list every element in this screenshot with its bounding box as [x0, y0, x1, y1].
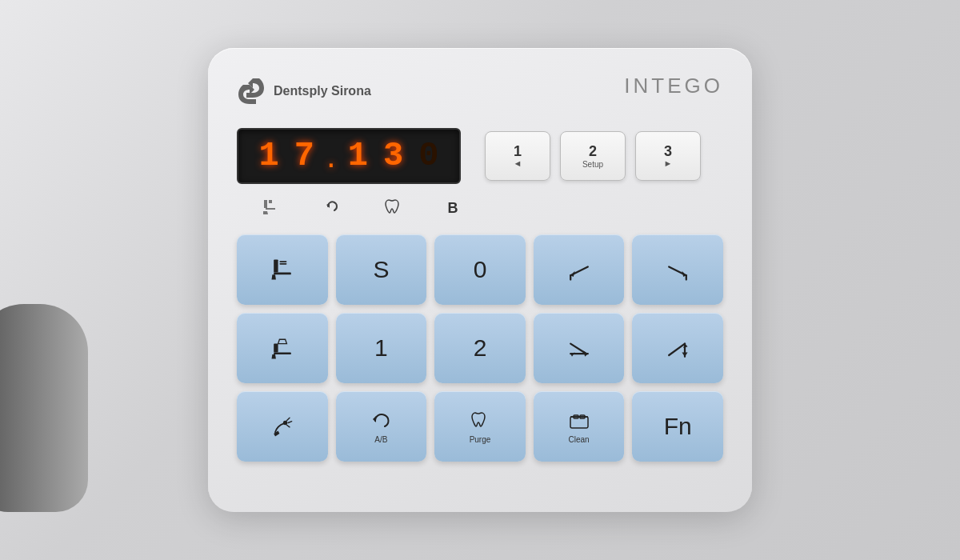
svg-rect-2 [274, 273, 291, 275]
svg-rect-12 [274, 352, 291, 354]
spittoon-icon [268, 255, 297, 284]
preset-3-number: 3 [664, 144, 672, 158]
key-recline-left[interactable] [534, 234, 625, 305]
svg-point-21 [283, 421, 287, 425]
lcd-display: 1 7 . 1 3 0 [237, 128, 461, 184]
top-buttons: 1 ◄ 2 Setup 3 ► [485, 131, 701, 181]
key-recline-right[interactable] [632, 234, 723, 305]
backrest-down-icon [565, 334, 594, 362]
svg-rect-11 [274, 344, 278, 353]
backrest-up-icon [663, 334, 692, 362]
key-0-label: 0 [474, 258, 487, 282]
tooth-status-icon [362, 197, 422, 220]
header: Dentsply Sirona INTEGO [237, 74, 723, 109]
dentsply-logo-icon [237, 74, 266, 109]
digit-3: 1 [348, 139, 368, 173]
key-clean-label: Clean [569, 435, 590, 444]
svg-rect-1 [274, 259, 278, 272]
key-s[interactable]: S [336, 234, 427, 305]
product-name: INTEGO [624, 74, 723, 98]
preset-3-arrow: ► [664, 158, 673, 168]
key-s-label: S [373, 258, 389, 282]
svg-rect-3 [279, 261, 286, 262]
spray-icon [268, 412, 297, 441]
ab-undo-icon [369, 409, 393, 433]
preset-2-label: Setup [582, 160, 603, 169]
key-ab-label: A/B [374, 435, 387, 444]
key-2[interactable]: 2 [434, 313, 526, 383]
purge-tooth-icon [468, 409, 492, 433]
key-purge[interactable]: Purge [434, 391, 526, 462]
svg-line-22 [286, 418, 290, 421]
recline-right-icon [663, 255, 692, 284]
key-purge-label: Purge [470, 435, 491, 444]
key-backrest-up[interactable] [632, 313, 723, 383]
keypad: S 0 [237, 234, 723, 462]
recline-left-icon [565, 255, 594, 284]
key-spray[interactable] [237, 391, 328, 462]
svg-line-23 [288, 422, 292, 423]
svg-line-17 [669, 344, 685, 355]
key-clean[interactable]: Clean [534, 391, 625, 462]
spittoon-variant-icon [268, 334, 297, 362]
key-fn-label: Fn [664, 414, 692, 438]
control-panel: Dentsply Sirona INTEGO 1 7 . 1 3 0 1 ◄ [208, 48, 752, 512]
device-background: Dentsply Sirona INTEGO 1 7 . 1 3 0 1 ◄ [0, 0, 960, 560]
svg-rect-26 [570, 417, 588, 428]
preset-2-number: 2 [589, 144, 597, 158]
key-ab[interactable]: A/B [336, 391, 427, 462]
svg-rect-4 [279, 263, 286, 265]
preset-1-arrow: ◄ [514, 158, 522, 168]
b-status-label: B [422, 200, 483, 217]
preset-button-3[interactable]: 3 ► [635, 131, 701, 181]
digit-1: 1 [259, 139, 279, 173]
icon-row: B [237, 197, 723, 220]
digit-5: 0 [418, 139, 438, 173]
preset-button-1[interactable]: 1 ◄ [485, 131, 550, 181]
key-fn[interactable]: Fn [632, 391, 723, 462]
digit-2: 7 [294, 139, 314, 173]
digit-4: 3 [383, 139, 403, 173]
left-arm [0, 304, 88, 512]
spittoon-status-icon [240, 197, 301, 220]
digit-dot: . [326, 137, 336, 175]
svg-line-24 [286, 425, 290, 427]
preset-button-2-setup[interactable]: 2 Setup [560, 131, 626, 181]
key-spittoon[interactable] [237, 234, 328, 305]
undo-status-icon [301, 197, 362, 220]
svg-marker-25 [373, 416, 376, 422]
key-0[interactable]: 0 [434, 234, 526, 305]
logo-text: Dentsply Sirona [274, 83, 371, 100]
key-2-label: 2 [474, 336, 487, 360]
svg-marker-20 [682, 352, 688, 356]
preset-1-number: 1 [514, 144, 522, 158]
logo-area: Dentsply Sirona [237, 74, 371, 109]
key-1[interactable]: 1 [336, 313, 427, 383]
display-row: 1 7 . 1 3 0 1 ◄ 2 Setup 3 ► [237, 128, 723, 184]
key-spittoon-variant[interactable] [237, 313, 328, 383]
key-backrest-down[interactable] [534, 313, 625, 383]
key-1-label: 1 [374, 336, 388, 360]
clean-icon [567, 409, 591, 433]
